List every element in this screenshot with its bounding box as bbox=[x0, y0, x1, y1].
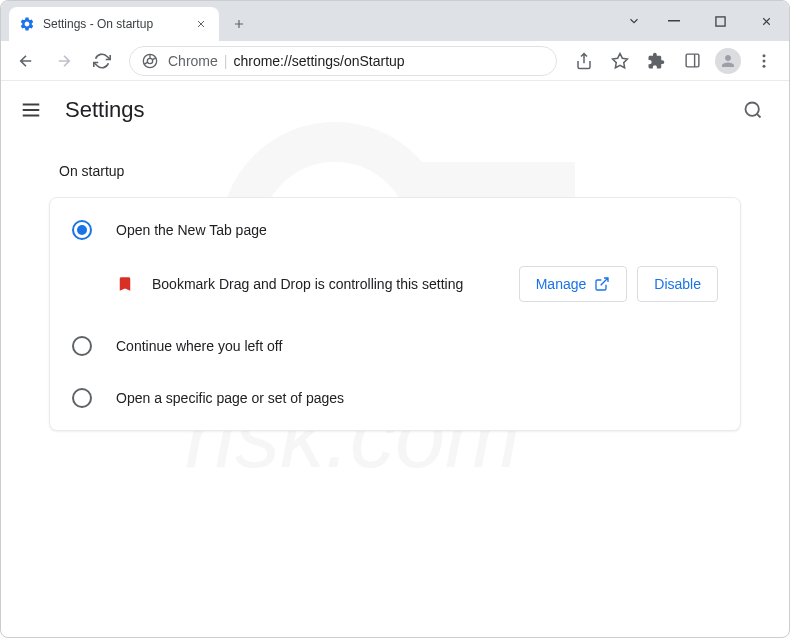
svg-point-10 bbox=[763, 64, 766, 67]
tab-title: Settings - On startup bbox=[43, 17, 185, 31]
menu-button[interactable] bbox=[747, 44, 781, 78]
browser-tab[interactable]: Settings - On startup bbox=[9, 7, 219, 41]
side-panel-button[interactable] bbox=[675, 44, 709, 78]
settings-header: Settings bbox=[1, 81, 789, 139]
bookmark-button[interactable] bbox=[603, 44, 637, 78]
section-title: On startup bbox=[59, 163, 741, 179]
browser-toolbar: Chrome|chrome://settings/onStartup bbox=[1, 41, 789, 81]
svg-rect-2 bbox=[668, 20, 680, 22]
option-label: Open a specific page or set of pages bbox=[116, 390, 344, 406]
new-tab-button[interactable] bbox=[225, 10, 253, 38]
disable-button-label: Disable bbox=[654, 276, 701, 292]
window-controls bbox=[617, 1, 789, 41]
share-button[interactable] bbox=[567, 44, 601, 78]
radio-button[interactable] bbox=[72, 220, 92, 240]
radio-button[interactable] bbox=[72, 336, 92, 356]
option-specific-pages[interactable]: Open a specific page or set of pages bbox=[50, 372, 740, 424]
close-window-button[interactable] bbox=[743, 1, 789, 41]
maximize-button[interactable] bbox=[697, 1, 743, 41]
startup-options-card: Open the New Tab page Bookmark Drag and … bbox=[49, 197, 741, 431]
toolbar-right-actions bbox=[567, 44, 781, 78]
svg-point-8 bbox=[763, 54, 766, 57]
chrome-icon bbox=[142, 53, 158, 69]
back-button[interactable] bbox=[9, 44, 43, 78]
url-path: chrome://settings/onStartup bbox=[233, 53, 404, 69]
svg-point-5 bbox=[147, 58, 152, 63]
notice-actions: Manage Disable bbox=[519, 266, 718, 302]
reload-button[interactable] bbox=[85, 44, 119, 78]
extension-notice: Bookmark Drag and Drop is controlling th… bbox=[50, 256, 740, 320]
hamburger-menu-button[interactable] bbox=[19, 98, 43, 122]
radio-button[interactable] bbox=[72, 388, 92, 408]
option-new-tab-page[interactable]: Open the New Tab page bbox=[50, 204, 740, 256]
option-label: Open the New Tab page bbox=[116, 222, 267, 238]
forward-button[interactable] bbox=[47, 44, 81, 78]
notice-text: Bookmark Drag and Drop is controlling th… bbox=[152, 276, 501, 292]
search-button[interactable] bbox=[735, 92, 771, 128]
svg-point-14 bbox=[746, 102, 759, 115]
option-label: Continue where you left off bbox=[116, 338, 282, 354]
tab-search-button[interactable] bbox=[617, 1, 651, 41]
url-text: Chrome|chrome://settings/onStartup bbox=[168, 52, 405, 70]
manage-button-label: Manage bbox=[536, 276, 587, 292]
extensions-button[interactable] bbox=[639, 44, 673, 78]
url-host: Chrome bbox=[168, 53, 218, 69]
minimize-button[interactable] bbox=[651, 1, 697, 41]
profile-button[interactable] bbox=[711, 44, 745, 78]
gear-icon bbox=[19, 16, 35, 32]
svg-rect-3 bbox=[715, 16, 724, 25]
page-title: Settings bbox=[65, 97, 145, 123]
svg-rect-6 bbox=[686, 54, 699, 67]
disable-button[interactable]: Disable bbox=[637, 266, 718, 302]
address-bar[interactable]: Chrome|chrome://settings/onStartup bbox=[129, 46, 557, 76]
bookmark-icon bbox=[116, 275, 134, 293]
settings-content: On startup Open the New Tab page Bookmar… bbox=[1, 139, 789, 455]
avatar-icon bbox=[715, 48, 741, 74]
manage-button[interactable]: Manage bbox=[519, 266, 628, 302]
svg-point-9 bbox=[763, 59, 766, 62]
svg-line-15 bbox=[757, 113, 761, 117]
option-continue[interactable]: Continue where you left off bbox=[50, 320, 740, 372]
external-link-icon bbox=[594, 276, 610, 292]
close-tab-button[interactable] bbox=[193, 16, 209, 32]
window-titlebar: Settings - On startup bbox=[1, 1, 789, 41]
